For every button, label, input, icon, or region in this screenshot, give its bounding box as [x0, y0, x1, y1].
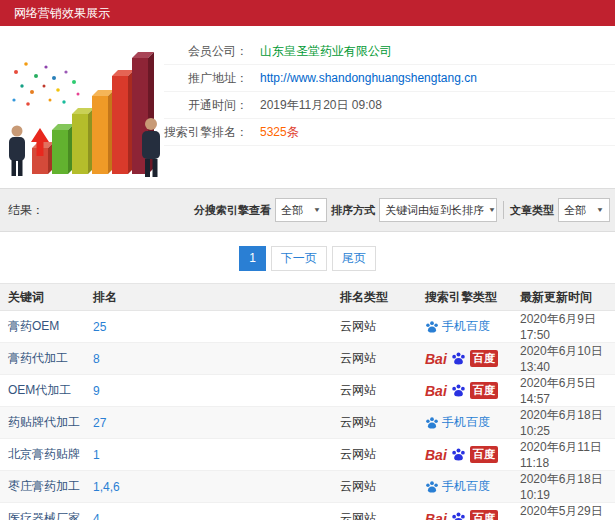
results-table-body: 膏药OEM 25 云网站 手机百度 2020年6月9日 17:50 膏药代加工 …	[0, 311, 615, 520]
baidu-paw-icon	[425, 320, 439, 334]
sort-filter-select[interactable]: 关键词由短到长排序 ▼	[379, 198, 497, 222]
page-next[interactable]: 下一页	[271, 246, 327, 271]
table-row: 枣庄膏药加工 1,4,6 云网站 手机百度 2020年6月18日 10:19	[0, 471, 615, 503]
col-engine-type: 搜索引擎类型	[417, 284, 512, 311]
keyword-cell: 医疗器械厂家	[0, 503, 85, 520]
rank-link[interactable]: 1	[93, 448, 100, 462]
engine-cell: Bai 百度	[425, 383, 498, 397]
page-title: 网络营销效果展示	[0, 0, 615, 26]
table-row: 药贴牌代加工 27 云网站 手机百度 2020年6月18日 10:25	[0, 407, 615, 439]
rank-count-label: 搜索引擎排名：	[164, 124, 248, 141]
updated-cell: 2020年6月18日 10:19	[512, 471, 615, 503]
mobile-baidu-label: 手机百度	[442, 318, 490, 335]
engine-cell: Bai 百度	[425, 511, 498, 520]
col-rank-type: 排名类型	[332, 284, 417, 311]
engine-cell: 手机百度	[425, 319, 490, 333]
engine-cell: Bai 百度	[425, 447, 498, 461]
page-last[interactable]: 尾页	[332, 246, 376, 271]
member-info-list: 会员公司： 山东皇圣堂药业有限公司 推广地址： http://www.shand…	[164, 38, 615, 146]
filter-bar: 结果： 分搜索引擎查看 全部 ▼ 排序方式 关键词由短到长排序 ▼ 文章类型 全…	[0, 188, 615, 232]
result-label: 结果：	[8, 189, 44, 231]
baidu-chinese-label: 百度	[470, 350, 498, 367]
table-header-row: 关键词 排名 排名类型 搜索引擎类型 最新更新时间	[0, 284, 615, 311]
page-current[interactable]: 1	[239, 246, 266, 271]
filter-controls: 分搜索引擎查看 全部 ▼ 排序方式 关键词由短到长排序 ▼ 文章类型 全部 ▼ …	[192, 189, 615, 231]
mobile-baidu-label: 手机百度	[442, 478, 490, 495]
rank-count-value: 5325	[260, 125, 287, 139]
mobile-baidu-logo: 手机百度	[425, 318, 490, 335]
company-label: 会员公司：	[164, 43, 248, 60]
pagination: 1 下一页 尾页	[0, 246, 615, 271]
confetti-dots	[12, 62, 79, 106]
baidu-wordmark: Bai	[425, 383, 447, 399]
table-row: OEM代加工 9 云网站 Bai 百度 2020年6月5日 14:57	[0, 375, 615, 407]
chevron-down-icon: ▼	[313, 206, 321, 213]
baidu-paw-icon	[451, 383, 466, 398]
growth-chart-graphic	[2, 34, 164, 182]
rank-link[interactable]: 4	[93, 512, 100, 520]
promotion-url-link[interactable]: http://www.shandonghuangshengtang.cn	[260, 71, 477, 85]
engine-filter-label: 分搜索引擎查看	[194, 203, 271, 218]
keyword-cell: 膏药OEM	[0, 311, 85, 343]
baidu-wordmark: Bai	[425, 351, 447, 367]
rank-link[interactable]: 25	[93, 320, 106, 334]
opened-value: 2019年11月20日 09:08	[248, 97, 382, 114]
mobile-baidu-label: 手机百度	[442, 414, 490, 431]
baidu-logo: Bai 百度	[425, 510, 498, 520]
divider	[503, 201, 504, 219]
rank-count-suffix: 条	[287, 125, 299, 139]
baidu-logo: Bai 百度	[425, 350, 498, 367]
company-link[interactable]: 山东皇圣堂药业有限公司	[260, 44, 392, 58]
baidu-paw-icon	[451, 351, 466, 366]
updated-cell: 2020年5月29日 10:32	[512, 503, 615, 520]
table-row: 北京膏药贴牌 1 云网站 Bai 百度 2020年6月11日 11:18	[0, 439, 615, 471]
table-row: 医疗器械厂家 4 云网站 Bai 百度 2020年5月29日 10:32	[0, 503, 615, 520]
info-row-company: 会员公司： 山东皇圣堂药业有限公司	[164, 38, 615, 65]
baidu-chinese-label: 百度	[470, 510, 498, 520]
info-row-site: 推广地址： http://www.shandonghuangshengtang.…	[164, 65, 615, 92]
engine-cell: Bai 百度	[425, 351, 498, 365]
baidu-chinese-label: 百度	[470, 382, 498, 399]
engine-cell: 手机百度	[425, 415, 490, 429]
col-updated: 最新更新时间	[512, 284, 615, 311]
article-type-select[interactable]: 全部 ▼	[558, 198, 610, 222]
info-row-opened: 开通时间： 2019年11月20日 09:08	[164, 92, 615, 119]
updated-cell: 2020年6月11日 11:18	[512, 439, 615, 471]
keyword-cell: 枣庄膏药加工	[0, 471, 85, 503]
baidu-wordmark: Bai	[425, 447, 447, 463]
keyword-cell: 北京膏药贴牌	[0, 439, 85, 471]
article-type-value: 全部	[564, 203, 586, 218]
baidu-logo: Bai 百度	[425, 382, 498, 399]
article-type-label: 文章类型	[510, 203, 554, 218]
baidu-logo: Bai 百度	[425, 446, 498, 463]
chevron-down-icon: ▼	[488, 206, 496, 213]
growth-chart-illustration	[2, 34, 164, 182]
opened-label: 开通时间：	[164, 97, 248, 114]
table-row: 膏药代加工 8 云网站 Bai 百度 2020年6月10日 13:40	[0, 343, 615, 375]
rank-link[interactable]: 1,4,6	[93, 480, 120, 494]
baidu-paw-icon	[451, 447, 466, 462]
baidu-paw-icon	[425, 416, 439, 430]
keyword-cell: 膏药代加工	[0, 343, 85, 375]
mobile-baidu-logo: 手机百度	[425, 478, 490, 495]
info-row-rank-count: 搜索引擎排名： 5325条	[164, 119, 615, 146]
updated-cell: 2020年6月10日 13:40	[512, 343, 615, 375]
col-keyword: 关键词	[0, 284, 85, 311]
baidu-paw-icon	[451, 511, 466, 520]
baidu-wordmark: Bai	[425, 511, 447, 520]
rank-link[interactable]: 9	[93, 384, 100, 398]
mobile-baidu-logo: 手机百度	[425, 414, 490, 431]
rank-type-cell: 云网站	[332, 407, 417, 439]
baidu-paw-icon	[425, 480, 439, 494]
rank-link[interactable]: 8	[93, 352, 100, 366]
updated-cell: 2020年6月5日 14:57	[512, 375, 615, 407]
chevron-down-icon: ▼	[596, 206, 604, 213]
rank-type-cell: 云网站	[332, 471, 417, 503]
rank-type-cell: 云网站	[332, 375, 417, 407]
baidu-chinese-label: 百度	[470, 446, 498, 463]
businessman-left	[9, 126, 25, 177]
rank-link[interactable]: 27	[93, 416, 106, 430]
keyword-cell: 药贴牌代加工	[0, 407, 85, 439]
engine-filter-select[interactable]: 全部 ▼	[275, 198, 327, 222]
updated-cell: 2020年6月18日 10:25	[512, 407, 615, 439]
